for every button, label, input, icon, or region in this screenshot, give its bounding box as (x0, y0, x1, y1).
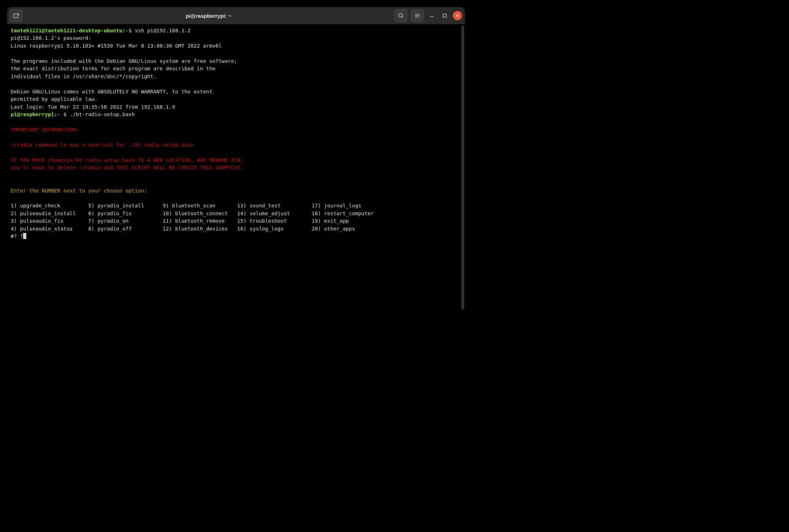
close-button[interactable] (453, 11, 462, 20)
new-tab-button[interactable] (10, 9, 23, 22)
script-header: IMPORTANT INFORMATION: (11, 127, 79, 132)
prompt-symbol: $ (63, 112, 69, 117)
last-login: Last login: Tue Mar 22 19:35:58 2022 fro… (11, 104, 175, 110)
titlebar: pi@raspberrypi: ~ (7, 7, 465, 24)
terminal-content[interactable]: taoteh1221@taoteh1221-desktop-ubuntu:~$ … (7, 24, 465, 311)
svg-rect-9 (443, 14, 446, 17)
terminal-window: pi@raspberrypi: ~ (7, 7, 465, 311)
menu-row: 2) pulseaudio_install 6) pyradio_fix 10)… (11, 211, 374, 216)
menu-prompt: Enter the NUMBER next to your chosen opt… (11, 188, 147, 194)
svg-line-4 (402, 17, 403, 18)
search-button[interactable] (394, 9, 407, 22)
kernel-info: Linux raspberrypi 5.10.103+ #1530 Tue Ma… (11, 43, 222, 49)
motd-line: permitted by applicable law. (11, 96, 97, 102)
motd-line: individual files in /usr/share/doc/*/cop… (11, 74, 156, 79)
prompt-userhost: pi@raspberrypi (11, 112, 54, 117)
prompt-path: ~ (125, 28, 129, 33)
command-text: ssh pi@192.168.1.2 (135, 28, 190, 33)
input-value: 7 (20, 233, 23, 239)
minimize-button[interactable] (427, 11, 436, 20)
maximize-button[interactable] (440, 11, 449, 20)
menu-button[interactable] (411, 9, 424, 22)
motd-line: The programs included with the Debian GN… (11, 58, 237, 64)
prompt-path: ~ (57, 112, 63, 117)
prompt-userhost: taoteh1221@taoteh1221-desktop-ubuntu (11, 28, 122, 33)
hamburger-icon (414, 13, 420, 18)
search-icon (398, 13, 404, 18)
prompt-sep: : (122, 28, 125, 33)
ssh-password-prompt: pi@192.168.1.2's password: (11, 35, 91, 41)
svg-rect-0 (14, 14, 18, 18)
command-text: ./bt-radio-setup.bash (70, 112, 135, 117)
script-info: ~/radio command is now a shortcut for ./… (11, 142, 194, 148)
cursor (23, 233, 26, 239)
scrollbar[interactable] (461, 26, 464, 310)
maximize-icon (442, 13, 447, 18)
menu-row: 1) upgrade_check 5) pyradio_install 9) b… (11, 203, 361, 208)
input-prompt: #? (11, 233, 17, 239)
prompt-symbol: $ (129, 28, 135, 33)
motd-line: the exact distribution terms for each pr… (11, 66, 215, 71)
menu-options: 1) upgrade_check 5) pyradio_install 9) b… (11, 203, 374, 231)
motd-line: Debian GNU/Linux comes with ABSOLUTELY N… (11, 89, 212, 94)
new-tab-icon (13, 12, 20, 19)
menu-row: 4) pulseaudio_status 8) pyradio_off 12) … (11, 226, 355, 232)
svg-point-3 (399, 13, 402, 17)
menu-row: 3) pulseaudio_fix 7) pyradio_on 11) blue… (11, 218, 349, 224)
script-info: IF YOU MOVE /home/pi/bt-radio-setup.bash… (11, 157, 243, 163)
script-info: you'll have to delete ~/radio and THIS S… (11, 165, 243, 170)
close-icon (456, 14, 459, 17)
window-title: pi@raspberrypi: ~ (23, 13, 394, 19)
minimize-icon (430, 13, 434, 18)
prompt-sep: : (54, 112, 57, 117)
